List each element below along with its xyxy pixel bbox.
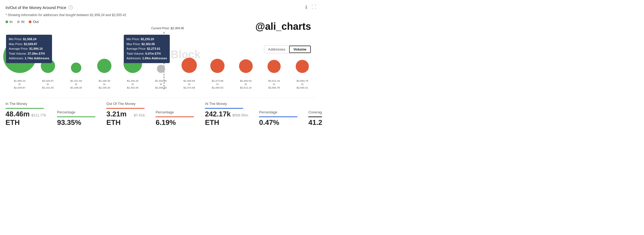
help-icon[interactable]: ? [68,5,73,10]
tooltip-2: Min Price: $2,235.20 Max Price: $2,302.0… [124,35,170,63]
price-label-2: $2,029.87to$2,101.50 [34,79,62,89]
at-money-eth: 242.17k ETH [205,110,231,127]
bubble-10 [268,60,281,73]
at-percentage-group: Percentage 0.47% [259,110,297,127]
price-range-labels: $1,958.24to$2,029.87 $2,029.87to$2,101.5… [5,79,317,89]
price-label-7: $2,306.83to$2,373.68 [175,79,203,89]
coverage-value: 41.25% [308,118,322,127]
bubble-col-3 [62,32,90,76]
out-of-money-label: Out Of The Money [106,102,145,106]
price-label-4: $2,168.35to$2,235.20 [90,79,119,89]
out-percentage-label: Percentage [156,110,194,114]
bubble-3 [71,63,81,73]
in-the-money-label: In The Money [5,102,46,106]
in-pct-bar [57,116,95,117]
coverage-group: Coverage 41.25% [308,110,322,127]
legend-out-label: Out [33,20,39,24]
coverage-label: Coverage [308,110,322,114]
price-label-5: $2,235.20to$2,302.05 [119,79,147,89]
coverage-bar [308,116,322,117]
out-percentage-group: Percentage 6.19% [156,110,194,127]
at-money-usd: $558.55m [232,113,248,117]
bubble-col-7 [175,32,203,76]
stats-bar: In The Money 48.46m ETH $111.77b Percent… [5,98,317,127]
price-label-11: $2,583.78to$2,655.41 [288,79,317,89]
in-percentage-label: Percentage [57,110,95,114]
price-label-10: $2,512.16to$2,583.78 [260,79,288,89]
current-price-label: Current Price: $2,304.95 [151,27,184,30]
price-label-3: $2,101.50to$2,168.35 [62,79,90,89]
price-label-8: $2,373.68to$2,440.53 [203,79,232,89]
at-percentage-label: Percentage [259,110,297,114]
in-money-usd: $111.77b [31,113,46,117]
chart-area: Current Price: $2,304.95 TheBlock [5,27,317,89]
bubble-7 [182,58,197,73]
expand-icon[interactable]: ⛶ [312,4,317,10]
in-money-bar [5,108,44,109]
tooltip-1: Min Price: $1,958.24 Max Price: $2,029.8… [6,35,52,63]
legend-in: In [5,20,13,24]
at-money-bar [205,108,243,109]
subtitle: * Showing information for addresses that… [5,13,317,17]
out-money-usd: $7.41b [134,113,145,117]
title-area: In/Out of the Money Around Price ? [5,5,73,10]
bubble-col-4 [90,32,119,76]
out-money-bar [106,108,145,109]
bubble-col-9 [232,32,260,76]
bubble-col-8 [203,32,232,76]
price-label-9: $2,440.53to$2,512.16 [232,79,260,89]
header-icons: ⬇ ⛶ [304,4,317,10]
bubble-8 [210,59,225,73]
bubble-6 [157,65,165,73]
out-of-money-group: Out Of The Money 3.21m ETH $7.41b [106,102,145,127]
legend-in-dot [5,20,8,23]
price-label-1: $1,958.24to$2,029.87 [5,79,34,89]
legend-at-dot [17,20,20,23]
legend-at-label: At [21,20,24,24]
legend-out-dot [29,20,31,23]
bubble-9 [239,59,253,73]
in-money-eth: 48.46m ETH [5,110,30,127]
in-percentage-value: 93.35% [57,118,95,127]
legend-at: At [17,20,24,24]
header-row: In/Out of the Money Around Price ? ⬇ ⛶ [5,4,317,10]
page-title: In/Out of the Money Around Price [5,5,66,10]
at-the-money-group: At The Money 242.17k ETH $558.55m [205,102,248,127]
out-percentage-value: 6.19% [156,118,194,127]
bubble-4 [97,59,111,73]
bubble-col-11 [288,32,317,76]
download-icon[interactable]: ⬇ [304,4,308,10]
legend-in-label: In [10,20,13,24]
out-pct-bar [156,116,194,117]
in-the-money-group: In The Money 48.46m ETH $111.77b [5,102,46,127]
at-pct-bar [259,116,297,117]
at-percentage-value: 0.47% [259,118,297,127]
out-money-eth: 3.21m ETH [106,110,132,127]
bubble-11 [296,60,309,73]
bubble-col-10 [260,32,288,76]
legend-out: Out [29,20,39,24]
in-percentage-group: Percentage 93.35% [57,110,95,127]
at-the-money-label: At The Money [205,102,248,106]
price-label-6: $2,302.05to$2,306.83 [147,79,175,89]
